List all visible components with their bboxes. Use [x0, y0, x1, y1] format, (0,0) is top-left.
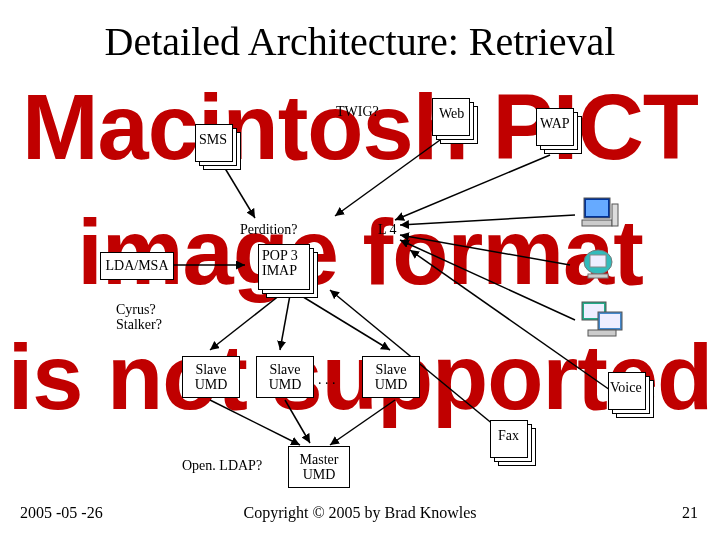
label-web-front: Web: [439, 106, 464, 122]
label-fax: Fax: [498, 428, 519, 444]
label-voice: Voice: [610, 380, 642, 396]
label-slave-umd-2: Slave UMD: [269, 362, 302, 393]
node-master-umd: Master UMD: [288, 446, 350, 488]
svg-rect-25: [600, 314, 620, 328]
footer-page-number: 21: [682, 504, 698, 522]
slide-title: Detailed Architecture: Retrieval: [0, 18, 720, 65]
label-open-ldap: Open. LDAP?: [182, 458, 262, 474]
label-lda-msa: LDA/MSA: [105, 258, 168, 274]
imac-icon: [582, 248, 616, 284]
node-slave-umd-n: Slave UMD: [362, 356, 420, 398]
node-lda-msa: LDA/MSA: [100, 252, 174, 280]
label-pop3-imap: POP 3 IMAP: [262, 248, 298, 279]
bg-text-line-1: Macintosh PICT: [0, 75, 720, 180]
svg-rect-18: [612, 204, 618, 226]
label-cyrus-stalker: Cyrus? Stalker?: [116, 302, 162, 333]
svg-rect-21: [588, 274, 608, 278]
svg-rect-26: [588, 330, 616, 336]
slide: Detailed Architecture: Retrieval Macinto…: [0, 0, 720, 540]
terminal-server-icon: [580, 300, 624, 344]
label-perdition: Perdition?: [240, 222, 298, 238]
label-slave-umd-n: Slave UMD: [375, 362, 408, 393]
label-l4: L 4: [378, 222, 397, 238]
footer-copyright: Copyright © 2005 by Brad Knowles: [0, 504, 720, 522]
label-dots: . . .: [318, 372, 336, 388]
label-twig: TWIG?: [336, 104, 379, 120]
svg-rect-20: [590, 255, 606, 267]
label-slave-umd-1: Slave UMD: [195, 362, 228, 393]
label-sms: SMS: [199, 132, 227, 148]
svg-rect-17: [582, 220, 612, 226]
label-wap: WAP: [540, 116, 570, 132]
svg-rect-16: [586, 200, 608, 216]
node-slave-umd-2: Slave UMD: [256, 356, 314, 398]
label-master-umd: Master UMD: [300, 452, 339, 483]
node-slave-umd-1: Slave UMD: [182, 356, 240, 398]
desktop-computer-icon: [580, 196, 620, 236]
